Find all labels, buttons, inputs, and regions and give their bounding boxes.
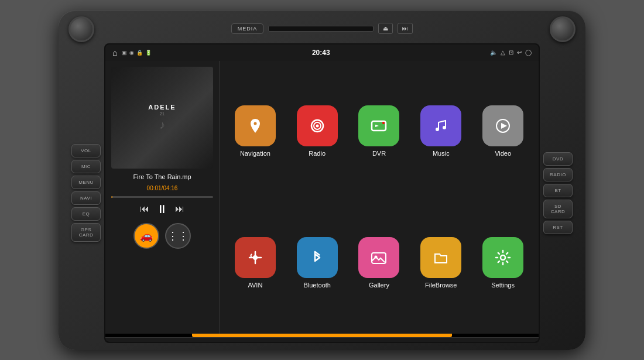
app-icon-filebrowser (420, 237, 461, 278)
indicator-4: 🔋 (145, 50, 152, 56)
app-dvr[interactable]: DVR (351, 105, 408, 157)
indicator-2: ◉ (129, 50, 134, 56)
next-track-button[interactable]: ⏭ (175, 204, 184, 214)
playback-controls: ⏮ ⏸ ⏭ (111, 203, 213, 216)
artist-name: ADELE (148, 104, 176, 111)
app-icon-bluetooth (297, 237, 338, 278)
app-icon-dvr (358, 105, 399, 146)
app-gallery[interactable]: Gallery (351, 237, 408, 289)
album-name: 21 (160, 112, 165, 116)
app-label-avin: AVIN (248, 282, 262, 289)
media-button[interactable]: MEDIA (231, 23, 264, 34)
app-radio[interactable]: Radio (289, 105, 346, 157)
top-center: MEDIA ⏏ ⏭ (136, 23, 508, 34)
screen-icon: ⊡ (509, 49, 513, 56)
tune-knob[interactable] (550, 16, 576, 42)
bottom-widgets: 🚗 ⋮⋮ (111, 223, 213, 249)
app-icon-avin (235, 237, 276, 278)
total-time: 04:16 (163, 185, 177, 191)
app-label-radio: Radio (309, 150, 326, 157)
volume-icon: 🔈 (490, 49, 497, 56)
app-icon-navigation (235, 105, 276, 146)
back-icon: ↩ (517, 49, 522, 56)
top-strip: MEDIA ⏏ ⏭ (66, 18, 578, 40)
app-label-filebrowser: FileBrowse (425, 282, 457, 289)
main-section: VOL MIC MENU NAVI EQ GPSCARD ⌂ ▣ ◉ 🔒 🔋 (66, 43, 578, 343)
progress-fill (111, 196, 112, 198)
song-title: Fire To The Rain.mp (111, 173, 213, 180)
music-panel: ADELE 21 ♪ Fire To The Rain.mp 00:01/04:… (105, 61, 220, 334)
app-label-music: Music (433, 150, 450, 157)
screen: ⌂ ▣ ◉ 🔒 🔋 20:43 🔈 △ ⊡ ↩ ◯ (104, 43, 540, 343)
svg-point-2 (316, 125, 318, 128)
svg-point-9 (253, 255, 258, 260)
menu-widget[interactable]: ⋮⋮ (165, 223, 191, 249)
status-right: 🔈 △ ⊡ ↩ ◯ (490, 49, 532, 56)
svg-point-6 (443, 126, 446, 129)
navi-button[interactable]: NAVI (71, 191, 101, 205)
menu-button[interactable]: MENU (71, 176, 101, 189)
status-left: ⌂ ▣ ◉ 🔒 🔋 (112, 48, 152, 57)
screen-bottom-bar (105, 337, 539, 342)
album-art-inner: ADELE 21 ♪ (111, 67, 213, 169)
next-button[interactable]: ⏭ (398, 23, 413, 34)
svg-point-5 (436, 128, 439, 131)
app-label-gallery: Gallery (369, 282, 389, 289)
sd-card-button[interactable]: SDCARD (543, 200, 573, 218)
radio-button[interactable]: RADIO (543, 168, 573, 181)
status-bar: ⌂ ▣ ◉ 🔒 🔋 20:43 🔈 △ ⊡ ↩ ◯ (105, 44, 539, 61)
song-time: 00:01/04:16 (111, 185, 213, 191)
progress-bar[interactable] (111, 196, 213, 198)
app-icon-gallery (358, 237, 399, 278)
eq-button[interactable]: EQ (71, 207, 101, 221)
dvd-button[interactable]: DVD (543, 152, 573, 166)
cd-slot (268, 26, 374, 32)
svg-marker-8 (501, 123, 507, 129)
screen-content: ADELE 21 ♪ Fire To The Rain.mp 00:01/04:… (105, 61, 539, 334)
left-side-buttons: VOL MIC MENU NAVI EQ GPSCARD (68, 43, 104, 343)
app-icon-radio (297, 105, 338, 146)
album-icon: ♪ (159, 118, 165, 132)
mic-button[interactable]: MIC (71, 160, 101, 173)
status-indicators: ▣ ◉ 🔒 🔋 (122, 50, 152, 56)
bt-button[interactable]: BT (543, 184, 573, 197)
app-label-dvr: DVR (372, 150, 386, 157)
home-icon[interactable]: ⌂ (112, 48, 117, 57)
app-music[interactable]: Music (412, 105, 470, 157)
app-icon-video (482, 105, 523, 146)
app-icon-settings (482, 237, 523, 278)
current-time: 00:01 (147, 185, 162, 191)
indicator-3: 🔒 (136, 50, 143, 56)
vol-knob[interactable] (68, 16, 94, 42)
app-label-navigation: Navigation (240, 150, 270, 157)
album-art: ADELE 21 ♪ (111, 67, 213, 169)
head-unit: MEDIA ⏏ ⏭ VOL MIC MENU NAVI EQ GPSCARD ⌂ (59, 11, 585, 350)
svg-point-12 (501, 255, 505, 260)
rst-button[interactable]: RST (543, 221, 573, 234)
vol-button[interactable]: VOL (71, 144, 101, 157)
svg-point-4 (382, 122, 385, 124)
app-label-bluetooth: Bluetooth (303, 282, 330, 289)
app-avin[interactable]: AVIN (227, 237, 284, 289)
right-side-buttons: DVD RADIO BT SDCARD RST (540, 43, 576, 343)
app-settings[interactable]: Settings (474, 237, 532, 289)
app-navigation[interactable]: Navigation (227, 105, 284, 157)
app-label-settings: Settings (491, 282, 515, 289)
car-widget[interactable]: 🚗 (133, 223, 159, 249)
app-icon-music (420, 105, 461, 146)
app-video[interactable]: Video (474, 105, 532, 157)
app-grid: NavigationRadioDVRMusicVideoAVINBluetoot… (220, 61, 539, 334)
android-icon: ◯ (525, 49, 532, 56)
app-label-video: Video (495, 150, 511, 157)
app-filebrowser[interactable]: FileBrowse (412, 237, 470, 289)
app-bluetooth[interactable]: Bluetooth (289, 237, 346, 289)
triangle-icon: △ (501, 49, 505, 56)
play-pause-button[interactable]: ⏸ (156, 203, 168, 216)
eject-button[interactable]: ⏏ (378, 23, 393, 34)
prev-button[interactable]: ⏮ (140, 204, 149, 214)
indicator-1: ▣ (122, 50, 127, 56)
status-time: 20:43 (312, 49, 330, 57)
gps-card-button[interactable]: GPSCARD (71, 223, 101, 242)
